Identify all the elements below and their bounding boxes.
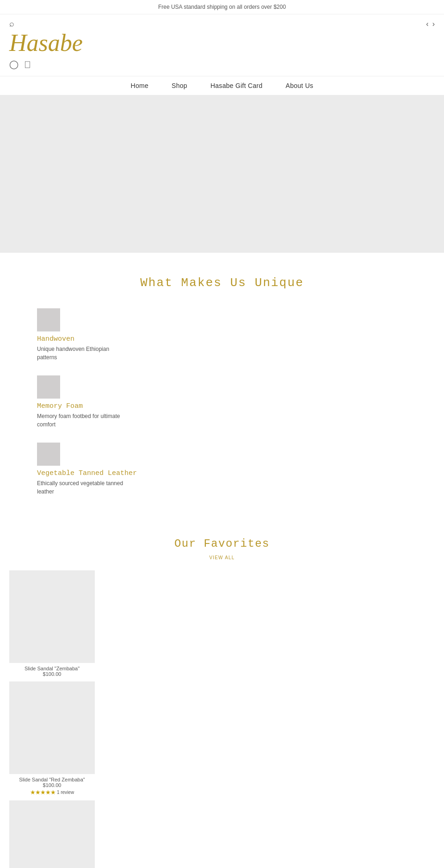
- product-image-3: [9, 800, 95, 868]
- logo[interactable]: Hasabe: [9, 30, 83, 56]
- product-card-1[interactable]: Slide Sandal "Zembaba" $100.00: [9, 570, 435, 677]
- banner-text: Free USA standard shipping on all orders…: [158, 4, 286, 10]
- view-all-link-wrap: VIEW ALL: [9, 553, 435, 561]
- unique-section-title: What Makes Us Unique: [9, 276, 435, 290]
- product-card-2[interactable]: Slide Sandal "Red Zembaba" $100.00 ★★★★★…: [9, 681, 435, 796]
- main-nav: Home Shop Hasabe Gift Card About Us: [0, 76, 444, 95]
- stars-icon-2: ★★★★★: [30, 789, 56, 796]
- leather-title: Vegetable Tanned Leather: [37, 469, 137, 477]
- nav-arrows: ‹ ›: [426, 20, 435, 28]
- search-icon[interactable]: ⌕: [9, 19, 14, 29]
- memory-foam-icon: [37, 375, 60, 399]
- favorites-title: Our Favorites: [9, 537, 435, 550]
- unique-item-memory-foam: Memory Foam Memory foam footbed for ulti…: [9, 375, 435, 429]
- view-all-link[interactable]: VIEW ALL: [209, 555, 234, 560]
- hero-banner: [0, 95, 444, 253]
- handwoven-desc: Unique handwoven Ethiopian patterns: [37, 345, 130, 362]
- product-card-3[interactable]: [9, 800, 435, 868]
- leather-icon: [37, 443, 60, 466]
- handwoven-title: Handwoven: [37, 335, 74, 343]
- product-price-2: $100.00: [9, 782, 95, 788]
- nav-shop[interactable]: Shop: [172, 82, 187, 89]
- leather-desc: Ethically sourced vegetable tanned leath…: [37, 479, 130, 496]
- unique-section: What Makes Us Unique Handwoven Unique ha…: [0, 253, 444, 524]
- product-name-1: Slide Sandal "Zembaba": [9, 666, 95, 671]
- top-banner: Free USA standard shipping on all orders…: [0, 0, 444, 14]
- next-arrow[interactable]: ›: [432, 20, 435, 28]
- nav-home[interactable]: Home: [131, 82, 148, 89]
- unique-item-handwoven: Handwoven Unique handwoven Ethiopian pat…: [9, 308, 435, 362]
- nav-gift-card[interactable]: Hasabe Gift Card: [210, 82, 263, 89]
- logo-area: Hasabe: [9, 29, 435, 57]
- memory-foam-title: Memory Foam: [37, 402, 83, 410]
- favorites-header: Our Favorites: [9, 537, 435, 550]
- product-price-1: $100.00: [9, 671, 95, 677]
- product-image-2: [9, 681, 95, 774]
- product-stars-2: ★★★★★ 1 review: [9, 789, 95, 796]
- handwoven-icon: [37, 308, 60, 331]
- product-grid: Slide Sandal "Zembaba" $100.00 Slide San…: [9, 570, 435, 868]
- product-image-1: [9, 570, 95, 663]
- user-cart-row: ◯ ⎕: [9, 57, 435, 71]
- favorites-section: Our Favorites VIEW ALL Slide Sandal "Zem…: [0, 524, 444, 868]
- memory-foam-desc: Memory foam footbed for ultimate comfort: [37, 412, 130, 429]
- unique-item-leather: Vegetable Tanned Leather Ethically sourc…: [9, 443, 435, 496]
- prev-arrow[interactable]: ‹: [426, 20, 428, 28]
- header-top: ⌕ ‹ ›: [9, 19, 435, 29]
- product-name-2: Slide Sandal "Red Zembaba": [9, 777, 95, 782]
- user-icon[interactable]: ◯: [9, 59, 18, 69]
- cart-icon[interactable]: ⎕: [25, 60, 30, 69]
- nav-about[interactable]: About Us: [286, 82, 314, 89]
- review-count-2: 1 review: [57, 790, 74, 795]
- header: ⌕ ‹ › Hasabe ◯ ⎕: [0, 14, 444, 76]
